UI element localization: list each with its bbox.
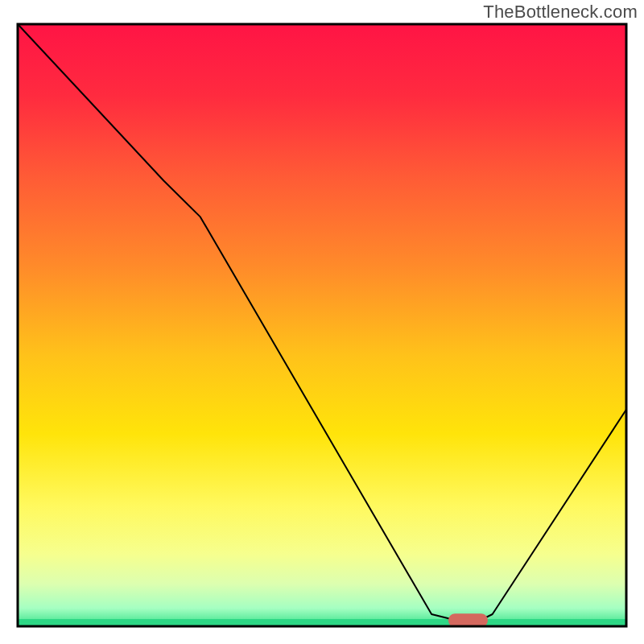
watermark-text: TheBottleneck.com bbox=[483, 2, 638, 23]
bottleneck-chart bbox=[0, 0, 644, 644]
gradient-background bbox=[18, 24, 626, 626]
optimal-marker bbox=[448, 613, 488, 627]
chart-frame: TheBottleneck.com bbox=[0, 0, 644, 644]
